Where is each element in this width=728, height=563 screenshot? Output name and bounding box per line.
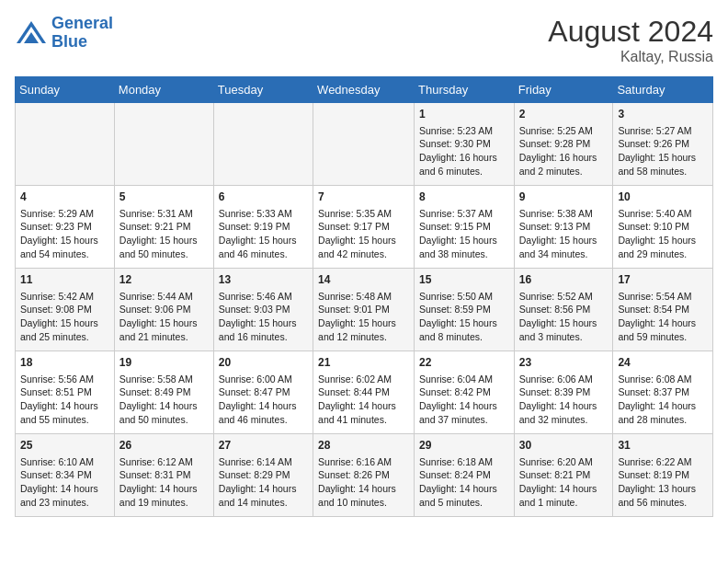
day-info: Sunrise: 5:52 AM Sunset: 8:56 PM Dayligh… — [519, 290, 609, 344]
day-info: Sunrise: 5:56 AM Sunset: 8:51 PM Dayligh… — [20, 373, 109, 427]
day-number: 15 — [419, 272, 509, 288]
calendar-cell: 30Sunrise: 6:20 AM Sunset: 8:21 PM Dayli… — [514, 434, 613, 517]
calendar-week-1: 4Sunrise: 5:29 AM Sunset: 9:23 PM Daylig… — [16, 186, 713, 269]
day-number: 6 — [219, 190, 308, 205]
calendar-cell: 10Sunrise: 5:40 AM Sunset: 9:10 PM Dayli… — [613, 186, 713, 269]
day-number: 10 — [618, 190, 708, 205]
day-number: 2 — [519, 107, 609, 122]
calendar-cell: 13Sunrise: 5:46 AM Sunset: 9:03 PM Dayli… — [213, 269, 313, 351]
calendar-cell: 2Sunrise: 5:25 AM Sunset: 9:28 PM Daylig… — [514, 103, 613, 186]
day-info: Sunrise: 5:31 AM Sunset: 9:21 PM Dayligh… — [119, 207, 209, 261]
calendar-table: SundayMondayTuesdayWednesdayThursdayFrid… — [15, 76, 713, 517]
calendar-cell — [114, 103, 213, 186]
day-number: 20 — [219, 355, 308, 371]
day-number: 12 — [119, 272, 209, 288]
logo: General Blue — [15, 15, 113, 52]
header-cell-wednesday: Wednesday — [313, 77, 415, 103]
calendar-cell: 23Sunrise: 6:06 AM Sunset: 8:39 PM Dayli… — [514, 351, 613, 434]
day-info: Sunrise: 6:02 AM Sunset: 8:44 PM Dayligh… — [318, 373, 409, 427]
day-number: 14 — [318, 272, 409, 288]
calendar-cell: 7Sunrise: 5:35 AM Sunset: 9:17 PM Daylig… — [313, 186, 415, 269]
day-info: Sunrise: 6:12 AM Sunset: 8:31 PM Dayligh… — [119, 455, 209, 510]
header-cell-friday: Friday — [514, 77, 613, 103]
day-info: Sunrise: 5:37 AM Sunset: 9:15 PM Dayligh… — [419, 207, 509, 261]
calendar-week-4: 25Sunrise: 6:10 AM Sunset: 8:34 PM Dayli… — [16, 434, 713, 517]
day-number: 3 — [618, 107, 708, 122]
location: Kaltay, Russia — [548, 49, 713, 65]
header-cell-monday: Monday — [114, 77, 213, 103]
calendar-week-3: 18Sunrise: 5:56 AM Sunset: 8:51 PM Dayli… — [16, 351, 713, 434]
header-cell-saturday: Saturday — [613, 77, 713, 103]
day-number: 25 — [20, 438, 109, 454]
day-number: 21 — [318, 355, 409, 371]
day-info: Sunrise: 6:16 AM Sunset: 8:26 PM Dayligh… — [318, 455, 409, 510]
day-number: 23 — [519, 355, 609, 371]
header-cell-tuesday: Tuesday — [213, 77, 313, 103]
header-cell-thursday: Thursday — [415, 77, 515, 103]
day-info: Sunrise: 6:18 AM Sunset: 8:24 PM Dayligh… — [419, 455, 509, 510]
day-number: 17 — [618, 272, 708, 288]
day-info: Sunrise: 5:25 AM Sunset: 9:28 PM Dayligh… — [519, 124, 609, 178]
day-info: Sunrise: 5:46 AM Sunset: 9:03 PM Dayligh… — [219, 290, 308, 344]
calendar-cell — [16, 103, 115, 186]
logo-icon — [15, 19, 48, 47]
day-number: 7 — [318, 190, 409, 205]
calendar-cell: 19Sunrise: 5:58 AM Sunset: 8:49 PM Dayli… — [114, 351, 213, 434]
day-info: Sunrise: 5:33 AM Sunset: 9:19 PM Dayligh… — [219, 207, 308, 261]
logo-line1: General — [51, 14, 113, 32]
day-number: 31 — [618, 438, 708, 454]
header-cell-sunday: Sunday — [16, 77, 115, 103]
calendar-cell: 29Sunrise: 6:18 AM Sunset: 8:24 PM Dayli… — [415, 434, 515, 517]
day-number: 18 — [20, 355, 109, 371]
logo-line2: Blue — [51, 32, 87, 51]
calendar-body: 1Sunrise: 5:23 AM Sunset: 9:30 PM Daylig… — [16, 103, 713, 517]
month-year: August 2024 — [548, 15, 713, 49]
calendar-week-2: 11Sunrise: 5:42 AM Sunset: 9:08 PM Dayli… — [16, 269, 713, 351]
day-number: 11 — [20, 272, 109, 288]
day-info: Sunrise: 5:48 AM Sunset: 9:01 PM Dayligh… — [318, 290, 409, 344]
day-number: 29 — [419, 438, 509, 454]
day-info: Sunrise: 5:54 AM Sunset: 8:54 PM Dayligh… — [618, 290, 708, 344]
day-info: Sunrise: 5:38 AM Sunset: 9:13 PM Dayligh… — [519, 207, 609, 261]
calendar-cell: 21Sunrise: 6:02 AM Sunset: 8:44 PM Dayli… — [313, 351, 415, 434]
calendar-cell: 28Sunrise: 6:16 AM Sunset: 8:26 PM Dayli… — [313, 434, 415, 517]
calendar-cell: 27Sunrise: 6:14 AM Sunset: 8:29 PM Dayli… — [213, 434, 313, 517]
day-number: 16 — [519, 272, 609, 288]
day-info: Sunrise: 6:22 AM Sunset: 8:19 PM Dayligh… — [618, 455, 708, 510]
calendar-cell: 20Sunrise: 6:00 AM Sunset: 8:47 PM Dayli… — [213, 351, 313, 434]
calendar-week-0: 1Sunrise: 5:23 AM Sunset: 9:30 PM Daylig… — [16, 103, 713, 186]
calendar-cell: 15Sunrise: 5:50 AM Sunset: 8:59 PM Dayli… — [415, 269, 515, 351]
day-info: Sunrise: 6:20 AM Sunset: 8:21 PM Dayligh… — [519, 455, 609, 510]
day-number: 22 — [419, 355, 509, 371]
day-info: Sunrise: 5:29 AM Sunset: 9:23 PM Dayligh… — [20, 207, 109, 261]
day-number: 13 — [219, 272, 308, 288]
calendar-cell: 22Sunrise: 6:04 AM Sunset: 8:42 PM Dayli… — [415, 351, 515, 434]
day-info: Sunrise: 6:04 AM Sunset: 8:42 PM Dayligh… — [419, 373, 509, 427]
calendar-cell: 8Sunrise: 5:37 AM Sunset: 9:15 PM Daylig… — [415, 186, 515, 269]
day-number: 5 — [119, 190, 209, 205]
day-number: 28 — [318, 438, 409, 454]
day-info: Sunrise: 5:42 AM Sunset: 9:08 PM Dayligh… — [20, 290, 109, 344]
day-number: 9 — [519, 190, 609, 205]
day-info: Sunrise: 5:27 AM Sunset: 9:26 PM Dayligh… — [618, 124, 708, 178]
calendar-cell: 18Sunrise: 5:56 AM Sunset: 8:51 PM Dayli… — [16, 351, 115, 434]
day-info: Sunrise: 6:10 AM Sunset: 8:34 PM Dayligh… — [20, 455, 109, 510]
day-info: Sunrise: 5:58 AM Sunset: 8:49 PM Dayligh… — [119, 373, 209, 427]
calendar-cell: 25Sunrise: 6:10 AM Sunset: 8:34 PM Dayli… — [16, 434, 115, 517]
header-row: SundayMondayTuesdayWednesdayThursdayFrid… — [16, 77, 713, 103]
day-number: 27 — [219, 438, 308, 454]
calendar-cell: 26Sunrise: 6:12 AM Sunset: 8:31 PM Dayli… — [114, 434, 213, 517]
calendar-cell — [213, 103, 313, 186]
day-number: 4 — [20, 190, 109, 205]
calendar-cell: 24Sunrise: 6:08 AM Sunset: 8:37 PM Dayli… — [613, 351, 713, 434]
title-block: August 2024 Kaltay, Russia — [548, 15, 713, 65]
calendar-cell: 31Sunrise: 6:22 AM Sunset: 8:19 PM Dayli… — [613, 434, 713, 517]
calendar-cell: 17Sunrise: 5:54 AM Sunset: 8:54 PM Dayli… — [613, 269, 713, 351]
day-info: Sunrise: 5:50 AM Sunset: 8:59 PM Dayligh… — [419, 290, 509, 344]
day-number: 30 — [519, 438, 609, 454]
day-info: Sunrise: 6:14 AM Sunset: 8:29 PM Dayligh… — [219, 455, 308, 510]
calendar-header: SundayMondayTuesdayWednesdayThursdayFrid… — [16, 77, 713, 103]
day-number: 19 — [119, 355, 209, 371]
day-info: Sunrise: 5:35 AM Sunset: 9:17 PM Dayligh… — [318, 207, 409, 261]
day-number: 26 — [119, 438, 209, 454]
